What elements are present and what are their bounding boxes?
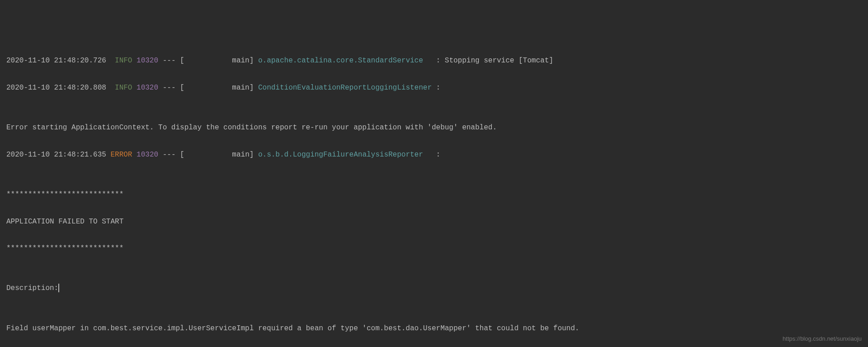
- log-line: 2020-11-10 21:48:20.726 INFO 10320 --- […: [6, 54, 862, 68]
- pid: 10320: [137, 57, 158, 65]
- log-line: 2020-11-10 21:48:20.808 INFO 10320 --- […: [6, 81, 862, 95]
- separator: --- [ main]: [158, 84, 258, 92]
- log-message: :: [432, 84, 440, 92]
- description-label: Description:: [6, 282, 862, 295]
- text-cursor: [58, 284, 59, 292]
- divider-stars: ***************************: [6, 242, 862, 256]
- timestamp: 2020-11-10 21:48:21.635: [6, 151, 106, 159]
- logger-name: o.s.b.d.LoggingFailureAnalysisReporter: [258, 151, 432, 159]
- description-body: Field userMapper in com.best.service.imp…: [6, 322, 862, 336]
- timestamp: 2020-11-10 21:48:20.726: [6, 57, 106, 65]
- application-failed-header: APPLICATION FAILED TO START: [6, 215, 862, 229]
- log-level: ERROR: [110, 151, 132, 159]
- log-level: INFO: [115, 84, 132, 92]
- logger-name: ConditionEvaluationReportLoggingListener: [258, 84, 432, 92]
- log-level: INFO: [115, 57, 132, 65]
- separator: --- [ main]: [158, 151, 258, 159]
- watermark-text: https://blog.csdn.net/sunxiaoju: [783, 333, 862, 344]
- separator: --- [ main]: [158, 57, 258, 65]
- pid: 10320: [137, 151, 158, 159]
- error-context: Error starting ApplicationContext. To di…: [6, 121, 862, 135]
- divider-stars: ***************************: [6, 188, 862, 202]
- timestamp: 2020-11-10 21:48:20.808: [6, 84, 106, 92]
- log-line: 2020-11-10 21:48:21.635 ERROR 10320 --- …: [6, 148, 862, 162]
- log-message: : Stopping service [Tomcat]: [432, 57, 553, 65]
- pid: 10320: [137, 84, 158, 92]
- log-message: :: [432, 151, 440, 159]
- logger-name: o.apache.catalina.core.StandardService: [258, 57, 432, 65]
